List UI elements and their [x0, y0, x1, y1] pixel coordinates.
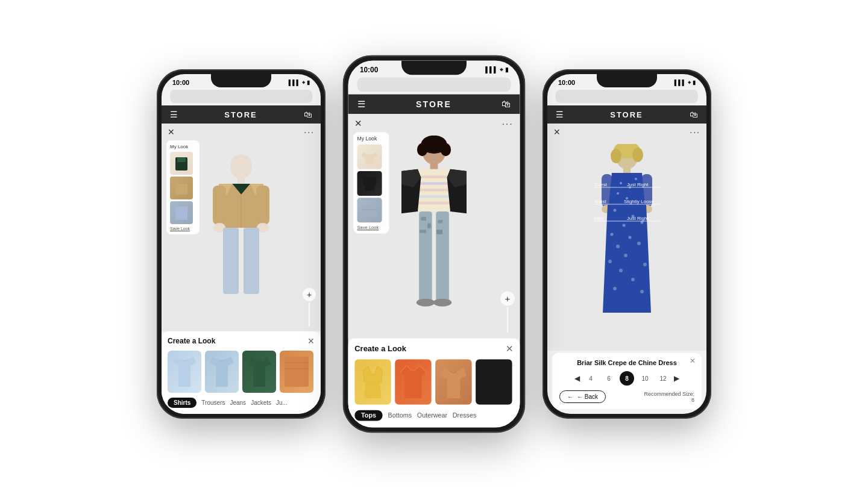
more-btn-3[interactable]: ···: [690, 127, 700, 137]
svg-rect-33: [420, 230, 426, 233]
look-item-2[interactable]: [170, 177, 193, 199]
svg-text:Waist: Waist: [594, 199, 606, 204]
tab-outerwear-2[interactable]: Outerwear: [417, 410, 447, 421]
size-4[interactable]: 4: [583, 371, 598, 386]
svg-point-20: [417, 143, 427, 156]
panel-close-2[interactable]: ✕: [506, 343, 514, 354]
search-bar-2[interactable]: [357, 78, 511, 92]
store-title-1: STORE: [224, 110, 257, 119]
tab-bottoms-2[interactable]: Bottoms: [388, 410, 412, 421]
svg-point-64: [631, 278, 635, 281]
clothing-polo[interactable]: [242, 351, 276, 393]
svg-rect-2: [175, 184, 187, 195]
svg-point-37: [433, 298, 451, 306]
content-area-1: ✕ ··· My Look Save Look: [162, 124, 321, 331]
tab-shirts-1[interactable]: Shirts: [168, 398, 197, 408]
svg-point-52: [614, 208, 617, 211]
tab-tops-2[interactable]: Tops: [354, 410, 383, 421]
close-btn-2[interactable]: ✕: [354, 117, 362, 128]
look-item-2-3[interactable]: [357, 198, 382, 222]
zoom-plus-1[interactable]: +: [303, 288, 316, 301]
tab-dresses-2[interactable]: Dresses: [453, 410, 477, 421]
clothing-grid-1: [168, 351, 315, 393]
menu-icon-3[interactable]: ☰: [556, 110, 564, 119]
size-next-3[interactable]: ▶: [674, 374, 679, 383]
signal-icon-3: ▌▌▌: [675, 80, 686, 86]
size-8[interactable]: 8: [620, 371, 634, 386]
svg-text:Just Right: Just Right: [627, 216, 649, 221]
create-look-panel-1: Create a Look ✕ Shirts Trousers: [162, 331, 321, 414]
tab-jackets-1[interactable]: Jackets: [251, 398, 271, 408]
clothing-scarf[interactable]: [280, 351, 313, 393]
size-prev-3[interactable]: ◀: [574, 374, 580, 383]
clothing-shirt-1[interactable]: [168, 351, 201, 393]
svg-rect-1: [177, 157, 186, 162]
menu-icon-1[interactable]: ☰: [170, 110, 178, 119]
phone-2: 10:00 ▌▌▌ ⌖ ▮ ☰ STORE 🛍 ✕ ··· My Look: [343, 55, 525, 433]
svg-rect-28: [418, 201, 450, 204]
size-12[interactable]: 12: [656, 371, 670, 386]
panel-close-1[interactable]: ✕: [307, 336, 315, 346]
look-item-2-2[interactable]: [357, 171, 382, 196]
save-look-link-2[interactable]: Save Look: [357, 225, 385, 230]
battery-icon-3: ▮: [693, 80, 696, 86]
cart-icon-2[interactable]: 🛍: [502, 99, 511, 109]
tab-more-1[interactable]: Ju...: [276, 398, 288, 408]
create-look-panel-2: Create a Look ✕ Tops Bottoms: [348, 339, 520, 428]
look-item-3[interactable]: [170, 201, 193, 224]
battery-icon-1: ▮: [307, 80, 310, 86]
overlay-controls-1: ✕ ···: [168, 127, 315, 137]
look-item-1[interactable]: [170, 152, 193, 175]
recommended-size-3: Recommended Size: 8: [644, 391, 694, 403]
svg-rect-24: [418, 175, 450, 178]
svg-point-40: [611, 149, 621, 163]
tab-trousers-1[interactable]: Trousers: [201, 398, 225, 408]
menu-icon-2[interactable]: ☰: [357, 99, 366, 109]
content-area-2: ✕ ··· My Look Save Look: [348, 114, 520, 339]
clothing-top-yellow[interactable]: [354, 359, 391, 405]
svg-rect-16: [362, 205, 377, 217]
save-look-link-1[interactable]: Save Look: [170, 227, 196, 231]
close-btn-3[interactable]: ✕: [553, 127, 561, 137]
clothing-top-black[interactable]: [476, 359, 512, 405]
svg-point-61: [608, 260, 612, 263]
back-arrow-icon: ←: [567, 393, 573, 400]
clothing-shirt-2[interactable]: [205, 351, 239, 393]
clothing-top-pattern[interactable]: [435, 359, 471, 405]
status-icons-3: ▌▌▌ ⌖ ▮: [675, 80, 696, 86]
search-bar-1[interactable]: [170, 90, 312, 103]
svg-rect-34: [438, 220, 442, 223]
look-item-2-1[interactable]: [357, 145, 382, 169]
wifi-icon-1: ⌖: [302, 80, 305, 86]
cart-icon-3[interactable]: 🛍: [690, 110, 698, 119]
category-tabs-1: Shirts Trousers Jeans Jackets Ju...: [168, 398, 315, 408]
signal-icon-2: ▌▌▌: [485, 66, 498, 73]
zoom-plus-2[interactable]: +: [500, 292, 515, 306]
panel-header-2: Create a Look ✕: [354, 343, 514, 354]
my-look-panel-2: My Look Save Look: [353, 132, 389, 233]
product-footer-3: ← ← Back Recommended Size: 8: [559, 390, 694, 403]
more-btn-2[interactable]: ···: [502, 117, 514, 128]
mannequin-svg-1: [202, 149, 280, 306]
svg-point-63: [619, 269, 623, 272]
product-panel-close-3[interactable]: ✕: [690, 357, 696, 365]
size-6[interactable]: 6: [602, 371, 616, 386]
size-row-3: ◀ 4 6 8 10 12 ▶: [559, 371, 694, 386]
cart-icon-1[interactable]: 🛍: [304, 110, 312, 119]
category-tabs-2: Tops Bottoms Outerwear Dresses: [354, 410, 514, 421]
status-icons-1: ▌▌▌ ⌖ ▮: [289, 80, 310, 86]
svg-point-65: [613, 287, 617, 290]
size-10[interactable]: 10: [638, 371, 652, 386]
tab-jeans-1[interactable]: Jeans: [230, 398, 246, 408]
search-bar-3[interactable]: [556, 90, 698, 103]
clothing-top-orange[interactable]: [395, 359, 431, 405]
my-look-panel-1: My Look Save Look: [166, 140, 200, 234]
app-navbar-2: ☰ STORE 🛍: [348, 95, 520, 114]
avatar-svg-3: Chest Just Right Waist Slightly Loose Hi…: [585, 144, 669, 331]
close-btn-1[interactable]: ✕: [168, 127, 175, 137]
svg-text:Just Right: Just Right: [627, 182, 649, 187]
more-btn-1[interactable]: ···: [304, 127, 315, 137]
status-icons-2: ▌▌▌ ⌖ ▮: [485, 66, 508, 74]
back-button-3[interactable]: ← ← Back: [559, 390, 606, 403]
svg-rect-8: [256, 186, 269, 225]
